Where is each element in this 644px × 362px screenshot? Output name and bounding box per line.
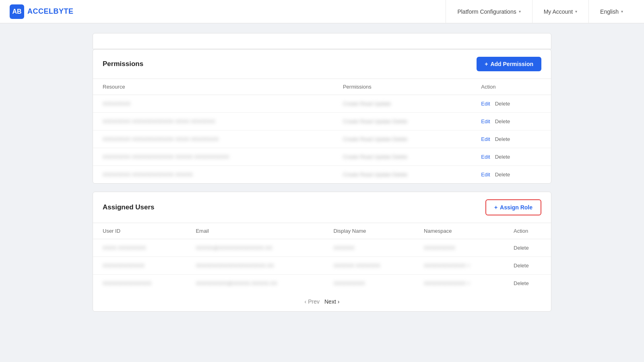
- assigned-users-header: Assigned Users + Assign Role: [93, 192, 551, 223]
- delete-permission-2[interactable]: Delete: [495, 136, 510, 142]
- top-filler-bar: [93, 33, 551, 49]
- user-id-2: XXXXXXXXXXXXXX: [93, 275, 186, 292]
- permission-action-2: Edit Delete: [471, 130, 551, 148]
- permissions-table-header-row: Resource Permissions Action: [93, 79, 551, 95]
- language-label: English: [600, 8, 619, 15]
- table-row: XXXXXXXX Create Read Update Edit Delete: [93, 95, 551, 113]
- table-row: XXXXXXXX XXXXXXXXXXXX XXXXX Create Read …: [93, 166, 551, 184]
- permissions-col-action: Action: [471, 79, 551, 95]
- table-row: XXXXXXXX XXXXXXXXXXXX XXXX XXXXXXX Creat…: [93, 113, 551, 130]
- permission-resource-4: XXXXXXXX XXXXXXXXXXXX XXXXX: [93, 166, 333, 184]
- permission-perms-2: Create Read Update Delete: [333, 130, 471, 148]
- navbar: AB ACCELBYTE Platform Configurations ▾ M…: [0, 0, 644, 23]
- assigned-users-table: User ID Email Display Name Namespace Act…: [93, 223, 551, 292]
- delete-permission-3[interactable]: Delete: [495, 154, 510, 160]
- permission-perms-4: Create Read Update Delete: [333, 166, 471, 184]
- account-menu[interactable]: My Account ▾: [532, 0, 588, 23]
- prev-label: Prev: [308, 298, 320, 305]
- prev-button[interactable]: ‹ Prev: [305, 298, 320, 305]
- platform-config-menu[interactable]: Platform Configurations ▾: [446, 0, 532, 23]
- add-permission-button[interactable]: + Add Permission: [477, 57, 541, 71]
- language-chevron-down-icon: ▾: [621, 9, 623, 14]
- permission-perms-0: Create Read Update: [333, 95, 471, 113]
- assign-role-plus-icon: +: [494, 204, 497, 211]
- prev-chevron-icon: ‹: [305, 298, 307, 305]
- add-permission-label: Add Permission: [490, 61, 533, 67]
- permission-perms-1: Create Read Update Delete: [333, 113, 471, 130]
- account-label: My Account: [544, 8, 573, 15]
- permission-action-4: Edit Delete: [471, 166, 551, 184]
- users-col-action: Action: [504, 223, 551, 239]
- user-id-1: XXXXXXXXXXXX: [93, 257, 186, 275]
- table-row: XXXXXXXXXXXXXX XXXXXXXXX@XXXXX.XXXXX.XX …: [93, 275, 551, 292]
- permission-resource-0: XXXXXXXX: [93, 95, 333, 113]
- user-action-0: Delete: [504, 239, 551, 257]
- users-col-display-name: Display Name: [324, 223, 414, 239]
- assign-role-button[interactable]: + Assign Role: [485, 199, 541, 215]
- permissions-title: Permissions: [103, 60, 143, 68]
- table-row: XXXXXXXXXXXX XXXXXXXXXXXXXXXXXXXX.XX XXX…: [93, 257, 551, 275]
- assign-role-label: Assign Role: [500, 204, 533, 211]
- user-display-name-2: XXXXXXXXX: [324, 275, 414, 292]
- user-email-0: XXXXX@XXXXXXXXXXXXX.XX: [186, 239, 324, 257]
- permission-action-3: Edit Delete: [471, 148, 551, 166]
- platform-config-chevron-down-icon: ▾: [519, 9, 521, 14]
- permissions-header: Permissions + Add Permission: [93, 50, 551, 79]
- main-content: Permissions + Add Permission Resource Pe…: [0, 23, 644, 362]
- user-id-0: XXXX XXXXXXXX: [93, 239, 186, 257]
- user-action-2: Delete: [504, 275, 551, 292]
- users-col-email: Email: [186, 223, 324, 239]
- user-email-2: XXXXXXXXX@XXXXX.XXXXX.XX: [186, 275, 324, 292]
- permissions-table: Resource Permissions Action XXXXXXXX Cre…: [93, 79, 551, 183]
- table-row: XXXXXXXX XXXXXXXXXXXX XXXX XXXXXXXX Crea…: [93, 130, 551, 148]
- permissions-col-resource: Resource: [93, 79, 333, 95]
- edit-permission-2[interactable]: Edit: [481, 136, 490, 142]
- permission-resource-1: XXXXXXXX XXXXXXXXXXXX XXXX XXXXXXX: [93, 113, 333, 130]
- edit-permission-3[interactable]: Edit: [481, 154, 490, 160]
- assigned-users-header-row: User ID Email Display Name Namespace Act…: [93, 223, 551, 239]
- edit-permission-0[interactable]: Edit: [481, 101, 490, 107]
- table-row: XXXX XXXXXXXX XXXXX@XXXXXXXXXXXXX.XX XXX…: [93, 239, 551, 257]
- delete-permission-0[interactable]: Delete: [495, 101, 510, 107]
- account-chevron-down-icon: ▾: [575, 9, 577, 14]
- user-namespace-1: XXXXXXXXXXXX +: [414, 257, 504, 275]
- user-display-name-0: XXXXXX: [324, 239, 414, 257]
- pagination: ‹ Prev Next ›: [93, 292, 551, 311]
- permissions-col-permissions: Permissions: [333, 79, 471, 95]
- users-col-userid: User ID: [93, 223, 186, 239]
- delete-permission-1[interactable]: Delete: [495, 118, 510, 124]
- next-chevron-icon: ›: [338, 298, 340, 305]
- edit-permission-1[interactable]: Edit: [481, 118, 490, 124]
- permission-resource-3: XXXXXXXX XXXXXXXXXXXX XXXXX XXXXXXXXXX: [93, 148, 333, 166]
- delete-user-2[interactable]: Delete: [514, 280, 529, 286]
- delete-permission-4[interactable]: Delete: [495, 172, 510, 178]
- logo-text: ACCELBYTE: [27, 7, 74, 16]
- permissions-section: Permissions + Add Permission Resource Pe…: [93, 49, 551, 184]
- next-button[interactable]: Next ›: [324, 298, 339, 305]
- logo-text-plain: ACCEL: [27, 7, 54, 15]
- assigned-users-section: Assigned Users + Assign Role User ID Ema…: [93, 192, 551, 312]
- permission-action-0: Edit Delete: [471, 95, 551, 113]
- add-permission-plus-icon: +: [485, 61, 488, 67]
- delete-user-0[interactable]: Delete: [514, 245, 529, 251]
- logo[interactable]: AB ACCELBYTE: [10, 4, 74, 19]
- assigned-users-title: Assigned Users: [103, 203, 155, 211]
- delete-user-1[interactable]: Delete: [514, 263, 529, 269]
- user-display-name-1: XXXXXX XXXXXXX: [324, 257, 414, 275]
- permission-action-1: Edit Delete: [471, 113, 551, 130]
- permission-resource-2: XXXXXXXX XXXXXXXXXXXX XXXX XXXXXXXX: [93, 130, 333, 148]
- permission-perms-3: Create Read Update Delete: [333, 148, 471, 166]
- next-label: Next: [324, 298, 336, 305]
- platform-config-label: Platform Configurations: [457, 8, 516, 15]
- language-menu[interactable]: English ▾: [588, 0, 634, 23]
- table-row: XXXXXXXX XXXXXXXXXXXX XXXXX XXXXXXXXXX C…: [93, 148, 551, 166]
- users-col-namespace: Namespace: [414, 223, 504, 239]
- logo-icon: AB: [10, 4, 24, 19]
- user-namespace-2: XXXXXXXXXXXX +: [414, 275, 504, 292]
- navbar-right: Platform Configurations ▾ My Account ▾ E…: [446, 0, 634, 23]
- user-namespace-0: XXXXXXXXX: [414, 239, 504, 257]
- edit-permission-4[interactable]: Edit: [481, 172, 490, 178]
- user-email-1: XXXXXXXXXXXXXXXXXXXX.XX: [186, 257, 324, 275]
- user-action-1: Delete: [504, 257, 551, 275]
